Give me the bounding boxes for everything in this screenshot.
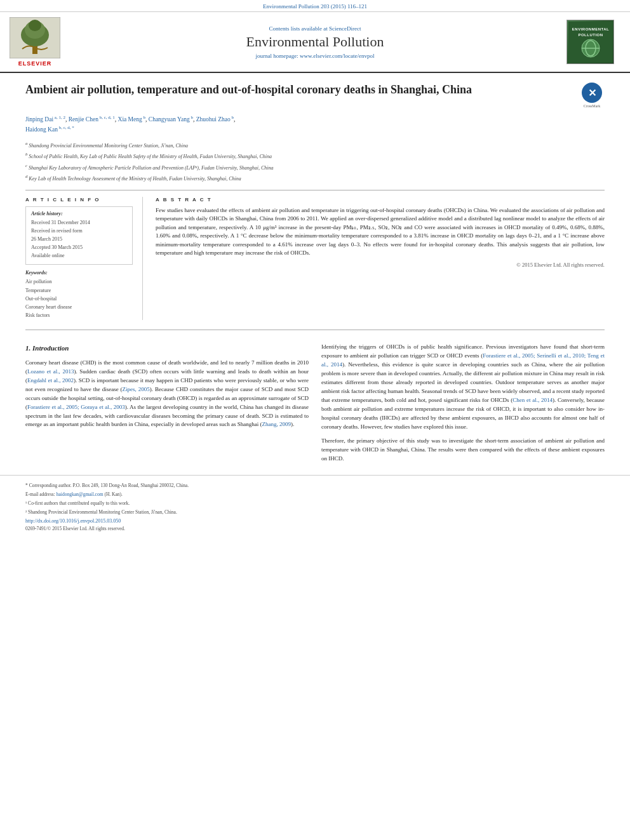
ref-forastiere2[interactable]: Forastiere et al., 2005; Serinelli et al… xyxy=(321,352,605,368)
science-direct-line: Contents lists available at ScienceDirec… xyxy=(70,25,560,32)
keyword-4: Coronary heart disease xyxy=(25,303,133,310)
keywords-box: Keywords: Air pollution Temperature Out-… xyxy=(25,270,133,319)
email-person: (H. Kan). xyxy=(104,491,123,497)
main-body: 1. Introduction Coronary heart disease (… xyxy=(0,343,630,468)
affil-b: b School of Public Health, Key Lab of Pu… xyxy=(25,151,605,161)
env-pollution-logo: ENVIRONMENTAL POLLUTION xyxy=(566,20,614,64)
history-accepted: Accepted 30 March 2015 xyxy=(31,244,127,251)
top-journal-ref: Environmental Pollution 203 (2015) 116–1… xyxy=(0,0,630,12)
footnote-2: ² Shandong Provincial Environmental Moni… xyxy=(25,509,605,516)
author-renjie[interactable]: Renjie Chen xyxy=(69,116,98,123)
intro-para-1: Coronary heart disease (CHD) is the most… xyxy=(25,359,309,430)
article-title: Ambient air pollution, temperature and o… xyxy=(25,83,573,97)
email-label: E-mail address: xyxy=(25,491,57,497)
intro-number: 1. xyxy=(25,344,30,352)
journal-logo-right: ENVIRONMENTAL POLLUTION xyxy=(566,20,617,64)
author-jinping[interactable]: Jinping Dai xyxy=(25,116,53,123)
divider-2 xyxy=(25,330,605,330)
history-received: Received 31 December 2014 xyxy=(31,219,127,226)
abstract-text: Few studies have evaluated the effects o… xyxy=(156,206,605,258)
intro-section-title: 1. Introduction xyxy=(25,343,309,354)
journal-ref-text: Environmental Pollution 203 (2015) 116–1… xyxy=(263,3,367,10)
author-haidong[interactable]: Haidong Kan xyxy=(25,127,58,133)
ref-engdahl[interactable]: Engdahl et al., 2002 xyxy=(27,377,74,383)
article-info-abstract: A R T I C L E I N F O Article history: R… xyxy=(25,197,605,321)
ref-zhang[interactable]: Zhang, 2009 xyxy=(262,421,291,427)
body-col-right: Identifying the triggers of OHCDs is of … xyxy=(321,343,605,468)
contents-label: Contents lists available at xyxy=(269,25,328,32)
history-available: Available online xyxy=(31,252,127,259)
history-title: Article history: xyxy=(31,211,127,217)
footnote-star: * Corresponding author. P.O. Box 249, 13… xyxy=(25,482,605,489)
intro-title: Introduction xyxy=(32,344,69,352)
keyword-2: Temperature xyxy=(25,287,133,294)
env-pollution-logo-svg: ENVIRONMENTAL POLLUTION xyxy=(568,22,613,63)
intro-para-3: Therefore, the primary objective of this… xyxy=(321,437,605,463)
author-changyuan[interactable]: Changyuan Yang xyxy=(149,116,190,123)
abstract-col: A B S T R A C T Few studies have evaluat… xyxy=(156,197,605,321)
article-info-header: A R T I C L E I N F O xyxy=(25,197,133,203)
footer-doi[interactable]: http://dx.doi.org/10.1016/j.envpol.2015.… xyxy=(25,518,605,524)
ref-forastiere1[interactable]: Forastiere et al., 2005; Goraya et al., … xyxy=(27,404,125,410)
ref-lozano[interactable]: Lozano et al., 2013 xyxy=(27,368,74,375)
keyword-5: Risk factors xyxy=(25,312,133,319)
ref-chen[interactable]: Chen et al., 2014 xyxy=(513,397,553,403)
sup-b3: b xyxy=(231,115,234,120)
keyword-1: Air pollution xyxy=(25,278,133,285)
svg-point-4 xyxy=(29,20,41,31)
article-history-box: Article history: Received 31 December 20… xyxy=(25,206,133,265)
abstract-header: A B S T R A C T xyxy=(156,197,605,203)
email-address[interactable]: haidongkan@gmail.com xyxy=(57,491,104,497)
elsevier-label: ELSEVIER xyxy=(18,60,52,67)
sup-b1: b xyxy=(142,115,145,120)
crossmark-badge: ✕ CrossMark xyxy=(579,83,605,108)
ref-zipes[interactable]: Zipes, 2005 xyxy=(123,386,150,392)
article-title-area: Ambient air pollution, temperature and o… xyxy=(25,83,605,108)
history-revised-date: 26 March 2015 xyxy=(31,236,127,243)
journal-header: ELSEVIER Contents lists available at Sci… xyxy=(0,12,630,73)
homepage-url[interactable]: www.elsevier.com/locate/envpol xyxy=(300,53,374,59)
footnote-1: ¹ Co-first authors that contributed equa… xyxy=(25,500,605,507)
divider-1 xyxy=(25,190,605,190)
sup-bcd1: b, c, d, 1 xyxy=(98,115,115,120)
sup-a12: a, 1, 2 xyxy=(53,115,65,120)
sup-bcds: b, c, d, * xyxy=(58,125,74,130)
footnote-email: E-mail address: haidongkan@gmail.com (H.… xyxy=(25,491,605,498)
author-zhuohui[interactable]: Zhuohui Zhao xyxy=(196,116,231,123)
footer-area: * Corresponding author. P.O. Box 249, 13… xyxy=(0,475,630,535)
crossmark-label: CrossMark xyxy=(584,104,601,108)
affil-d: d Key Lab of Health Technology Assessmen… xyxy=(25,173,605,183)
homepage-label: journal homepage: xyxy=(256,53,298,59)
svg-text:ENVIRONMENTAL: ENVIRONMENTAL xyxy=(572,27,608,31)
crossmark-icon: ✕ xyxy=(582,83,602,103)
journal-title: Environmental Pollution xyxy=(70,34,560,50)
sup-b2: b xyxy=(190,115,193,120)
copyright: © 2015 Elsevier Ltd. All rights reserved… xyxy=(156,262,605,268)
doi-url[interactable]: http://dx.doi.org/10.1016/j.envpol.2015.… xyxy=(25,518,121,524)
keywords-title: Keywords: xyxy=(25,270,133,276)
journal-homepage: journal homepage: www.elsevier.com/locat… xyxy=(70,53,560,59)
history-revised: Received in revised form xyxy=(31,227,127,234)
svg-text:POLLUTION: POLLUTION xyxy=(578,33,603,37)
article-content: Ambient air pollution, temperature and o… xyxy=(0,73,630,343)
footer-issn: 0269-7491/© 2015 Elsevier Ltd. All right… xyxy=(25,526,605,531)
affil-c: c Shanghai Key Laboratory of Atmospheric… xyxy=(25,163,605,172)
intro-para-2: Identifying the triggers of OHCDs is of … xyxy=(321,343,605,431)
journal-center: Contents lists available at ScienceDirec… xyxy=(70,25,560,59)
article-info-col: A R T I C L E I N F O Article history: R… xyxy=(25,197,143,321)
keyword-3: Out-of-hospital xyxy=(25,295,133,302)
science-direct-link-text[interactable]: ScienceDirect xyxy=(329,25,361,32)
affil-a: a Shandong Provincial Environmental Moni… xyxy=(25,140,605,150)
page: Environmental Pollution 203 (2015) 116–1… xyxy=(0,0,630,840)
elsevier-tree-svg xyxy=(10,17,60,58)
elsevier-logo-left: ELSEVIER xyxy=(6,17,64,67)
affiliations: a Shandong Provincial Environmental Moni… xyxy=(25,140,605,183)
body-col-left: 1. Introduction Coronary heart disease (… xyxy=(25,343,309,468)
author-xia[interactable]: Xia Meng xyxy=(118,116,142,123)
authors-line: Jinping Dai a, 1, 2, Renjie Chen b, c, d… xyxy=(25,114,605,135)
